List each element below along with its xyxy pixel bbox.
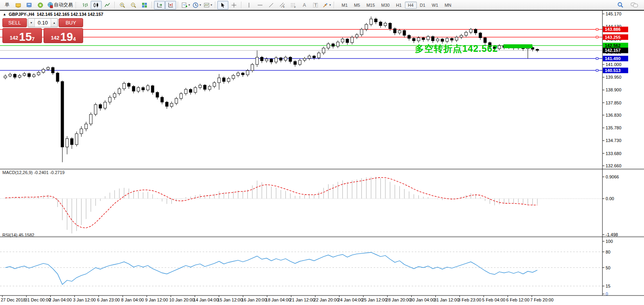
buy-price-base: 142 [51, 35, 59, 41]
svg-text:14 Jan 04:00: 14 Jan 04:00 [193, 297, 218, 302]
sell-price-point: 7 [32, 36, 34, 42]
svg-text:3 Feb 23:00: 3 Feb 23:00 [458, 297, 481, 302]
buy-price-tile[interactable]: 142 19 4 [44, 28, 83, 43]
svg-text:50: 50 [606, 265, 610, 270]
svg-text:15 Jan 12:00: 15 Jan 12:00 [217, 297, 243, 302]
timeframe-group: M1M5M15M30H1H4D1W1MN [338, 2, 454, 9]
order-button[interactable]: 单 [2, 1, 13, 9]
svg-text:18 Jan 04:00: 18 Jan 04:00 [266, 297, 291, 302]
svg-text:5 Feb 04:00: 5 Feb 04:00 [482, 297, 505, 302]
svg-text:142.562: 142.562 [605, 43, 621, 48]
svg-text:24 Jan 04:00: 24 Jan 04:00 [338, 297, 363, 302]
timeframe-button-M5[interactable]: M5 [351, 2, 363, 9]
svg-text:142.157: 142.157 [605, 48, 621, 53]
sell-price-pips: 15 [19, 32, 32, 42]
text-label-tool-button[interactable]: T [310, 1, 321, 9]
timeframe-button-W1[interactable]: W1 [429, 2, 442, 9]
svg-text:30 Jan 04:00: 30 Jan 04:00 [410, 297, 435, 302]
trendline-tool-button[interactable] [266, 1, 277, 9]
volume-control: ▼ 0.10 ▲ [28, 18, 58, 27]
timeframe-button-D1[interactable]: D1 [417, 2, 429, 9]
periods-button[interactable]: ▾ [191, 1, 202, 9]
svg-text:140.513: 140.513 [605, 68, 621, 73]
line-handle [596, 28, 598, 30]
indicators-dropdown-arrow[interactable]: ▾ [188, 3, 190, 7]
symbol-title: ▲ GBPJPY-,H4 142.145 142.165 142.134 142… [3, 12, 103, 17]
svg-text:138.900: 138.900 [606, 87, 621, 92]
toolbar-grip [76, 2, 78, 8]
sell-price-tile[interactable]: 142 15 7 [2, 28, 42, 43]
drawn-rectangle [503, 44, 532, 48]
volume-increase-button[interactable]: ▲ [51, 19, 57, 27]
chart-shift-button[interactable] [165, 1, 176, 9]
collapse-panel-arrow[interactable]: ▲ [3, 12, 6, 16]
svg-text:6 Feb 12:00: 6 Feb 12:00 [506, 297, 530, 302]
bar-chart-button[interactable] [80, 1, 91, 9]
svg-text:T: T [314, 3, 317, 8]
order-button-label: 单 [5, 2, 9, 8]
svg-text:27 Dec 2018: 27 Dec 2018 [1, 297, 25, 302]
chat-icon[interactable] [629, 1, 640, 9]
sell-button[interactable]: SELL [2, 18, 27, 27]
templates-dropdown-arrow[interactable]: ▾ [211, 3, 212, 7]
svg-text:8 Jan 04:00: 8 Jan 04:00 [121, 297, 144, 302]
timeframe-button-M1[interactable]: M1 [338, 2, 351, 9]
equidistant-channel-tool-button[interactable]: E [277, 1, 288, 9]
signals-icon[interactable] [35, 1, 46, 9]
autotrading-button[interactable]: 自动交易 [46, 1, 74, 9]
auto-scroll-button[interactable] [154, 1, 165, 9]
rsi-indicator-label: RSI(14) 45.1582 [2, 233, 34, 237]
svg-text:E: E [283, 6, 285, 8]
toolbar-separator [334, 2, 334, 8]
buy-button[interactable]: BUY [59, 18, 83, 27]
new-order-icon[interactable] [13, 1, 24, 9]
vertical-line-tool-button[interactable] [243, 1, 255, 9]
arrows-dropdown-arrow[interactable]: ▾ [329, 3, 331, 7]
svg-text:16 Jan 20:00: 16 Jan 20:00 [241, 297, 267, 302]
svg-text:100: 100 [606, 239, 613, 244]
indicators-button[interactable]: ▾ [180, 1, 191, 9]
svg-text:137.850: 137.850 [606, 100, 621, 105]
svg-text:21 Jan 12:00: 21 Jan 12:00 [290, 297, 315, 302]
fibonacci-tool-button[interactable]: F [288, 1, 299, 9]
svg-text:139.950: 139.950 [606, 75, 621, 80]
svg-text:141.000: 141.000 [606, 62, 621, 67]
zoom-in-button[interactable] [117, 1, 128, 9]
line-chart-button[interactable] [102, 1, 113, 9]
tile-windows-button[interactable] [139, 1, 150, 9]
line-handle [596, 36, 598, 38]
chart-window: 145.170144.130143.070142.020141.000139.9… [0, 10, 644, 305]
search-icon[interactable] [615, 1, 626, 9]
timeframe-button-M15[interactable]: M15 [363, 2, 378, 9]
horizontal-line-tool-button[interactable] [255, 1, 266, 9]
arrows-tool-button[interactable]: ▾ [321, 1, 332, 9]
volume-input[interactable]: 0.10 [35, 19, 51, 27]
svg-text:-1.498: -1.498 [606, 232, 618, 237]
svg-text:9 Jan 12:00: 9 Jan 12:00 [145, 297, 168, 302]
svg-text:141.490: 141.490 [605, 56, 621, 61]
crosshair-tool-button[interactable] [228, 1, 239, 9]
candlestick-chart-button[interactable] [91, 1, 102, 9]
volume-decrease-button[interactable]: ▼ [28, 19, 35, 27]
line-handle [596, 69, 598, 71]
text-tool-button[interactable]: A [299, 1, 310, 9]
zoom-out-button[interactable] [128, 1, 139, 9]
svg-text:28 Jan 20:00: 28 Jan 20:00 [386, 297, 411, 302]
buy-price-pips: 19 [60, 32, 73, 42]
svg-text:2 Jan 04:00: 2 Jan 04:00 [49, 297, 72, 302]
svg-text:0.9066: 0.9066 [606, 174, 619, 179]
svg-text:80: 80 [606, 250, 610, 254]
svg-text:31 Dec 00:00: 31 Dec 00:00 [25, 297, 51, 302]
svg-text:135.780: 135.780 [606, 125, 621, 130]
periods-dropdown-arrow[interactable]: ▾ [199, 3, 201, 7]
templates-button[interactable]: ▾ [202, 1, 213, 9]
timeframe-button-M30[interactable]: M30 [378, 2, 393, 9]
toolbar-separator [178, 2, 179, 8]
timeframe-button-MN[interactable]: MN [441, 2, 454, 9]
timeframe-button-H1[interactable]: H1 [393, 2, 405, 9]
market-watch-icon[interactable] [24, 1, 35, 9]
cursor-tool-button[interactable] [217, 1, 228, 9]
timeframe-button-H4[interactable]: H4 [405, 2, 417, 9]
macd-indicator-label: MACD(12,26,9) -0.2401 -0.2719 [2, 170, 65, 175]
chart-canvas[interactable]: 145.170144.130143.070142.020141.000139.9… [0, 11, 644, 305]
